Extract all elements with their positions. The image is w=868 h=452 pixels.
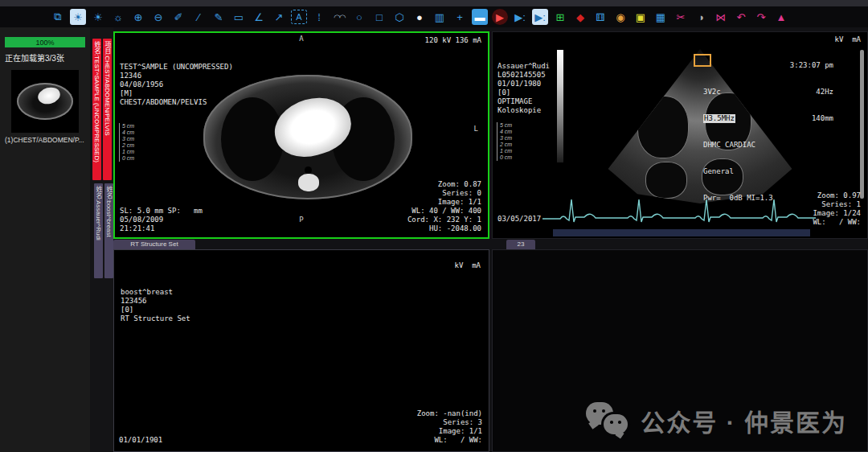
us-study-date: 03/05/2017: [497, 215, 541, 224]
invert-icon[interactable]: ◑: [693, 9, 709, 25]
us-frequency: H3.5MHz: [703, 114, 735, 123]
patient-tab[interactable]: 姓名:TEST^SAMPLE (UNCOMPRESSED): [92, 39, 101, 180]
rt-study-date: 01/01/1901: [119, 436, 162, 445]
angle-measure-icon[interactable]: ∠: [251, 9, 267, 25]
overlay-line: RT Structure Set: [121, 314, 190, 323]
us-left-atrium: [645, 162, 687, 199]
ruler-label: 1 cm: [500, 148, 512, 154]
overlay-line: [0]: [121, 306, 190, 314]
overlay-line: WL: 40 / WW: 400: [407, 207, 481, 216]
ruler-label: 0 cm: [122, 155, 134, 162]
caliper-icon[interactable]: ✎: [211, 9, 227, 25]
viewport-empty[interactable]: 公众号 · 仲景医为: [492, 249, 868, 452]
ruler-label: 3 cm: [122, 136, 134, 142]
rotate-ccw-icon[interactable]: ↶: [733, 9, 749, 25]
ruler-label: 4 cm: [500, 129, 512, 135]
overlay-line: 123456: [121, 297, 190, 306]
brightness-icon[interactable]: ☀: [90, 9, 106, 25]
progress-label: 100%: [35, 39, 54, 47]
patient-tab[interactable]: 姓名:Assauer^Rudi: [94, 183, 103, 278]
zoom-in-icon[interactable]: ⊕: [130, 9, 146, 25]
flip-vertical-icon[interactable]: ▲: [773, 9, 789, 25]
tab-23[interactable]: 23: [506, 240, 535, 249]
ct-left-lung: [221, 97, 284, 181]
ruler-icon[interactable]: ∕: [190, 9, 207, 25]
ruler-label: 2 cm: [500, 142, 512, 148]
ct-exposure-info: 120 kV 136 mA: [425, 36, 481, 45]
orientation-marker-posterior: P: [299, 216, 303, 224]
tab-rt-structure-set[interactable]: RT Structure Set: [113, 240, 195, 249]
rt-display-info: Zoom: -nan(ind)Series: 3Image: 1/1WL: / …: [417, 383, 482, 445]
wechat-icon: [586, 402, 629, 439]
overlay-line: Image: 1/1: [417, 427, 482, 436]
us-frame-rate: 42Hz: [816, 88, 833, 97]
crop-icon[interactable]: ✂: [673, 9, 689, 25]
overlay-line: L0502145505: [497, 71, 550, 80]
rt-kv-ma-label: kV mA: [454, 261, 481, 270]
patient-tab[interactable]: 姓名:boost^breast: [104, 183, 113, 278]
mpr-dice-icon[interactable]: ⚅: [592, 9, 608, 25]
film-strip-icon[interactable]: ▥: [432, 9, 448, 25]
cine-timeline-bar[interactable]: [553, 229, 810, 236]
dicom-viewer-window: ⧉☀☀☼⊕⊖✐∕✎▭∠↗A⁞◠◠○□⬡●▥+▬▶▶:▶:⊞◆⚅◉▣▦✂◑⋈↶↷▲…: [0, 0, 868, 452]
polygon-roi-icon[interactable]: ⬡: [391, 9, 407, 25]
text-annotation-icon[interactable]: A: [291, 10, 307, 24]
ct-axial-image: [203, 75, 412, 199]
overlay-line: Cord: X: 232 Y: 1: [407, 216, 481, 224]
us-display-info: Zoom: 0.97Series: 1Image: 1/24WL: / WW:: [813, 165, 861, 227]
ruler-label: 2 cm: [122, 142, 134, 149]
thumbnail-grid-icon[interactable]: ▦: [653, 9, 669, 25]
us-department: DHMC CARDIAC: [703, 141, 833, 150]
viewport-ct[interactable]: TEST^SAMPLE (UNCOMPRESSED)1234604/08/195…: [113, 31, 489, 239]
export-image-icon[interactable]: ▣: [633, 9, 649, 25]
us-time: 3:23:07 pm: [703, 61, 833, 70]
loading-progress-bar: 100%: [5, 37, 85, 47]
circle-roi-icon[interactable]: ○: [351, 9, 367, 25]
arrow-annotation-icon[interactable]: ↗: [271, 9, 287, 25]
viewport-rt-structure-set[interactable]: boost^breast123456[0]RT Structure Set kV…: [113, 249, 489, 452]
ruler-label: 5 cm: [500, 122, 512, 129]
volume-3d-icon[interactable]: ◆: [572, 9, 588, 25]
overlay-line: TEST^SAMPLE (UNCOMPRESSED): [120, 63, 233, 72]
capture-icon[interactable]: ▬: [472, 9, 488, 25]
patient-tab[interactable]: 项目:CHEST/ABDOMEN/PELVIS: [103, 39, 112, 180]
cine-play-icon[interactable]: ▶:: [532, 9, 548, 25]
spine-label-icon[interactable]: ⁞: [311, 9, 327, 25]
us-left-ventricle: [637, 96, 689, 158]
ct-airway: [305, 166, 312, 174]
window-level-icon[interactable]: ☀: [70, 9, 86, 25]
watermark-text: 公众号 · 仲景医为: [641, 403, 847, 438]
cascade-icon[interactable]: ⧉: [50, 9, 66, 25]
overlay-line: 05/08/2009: [120, 216, 203, 224]
ct-patient-info: TEST^SAMPLE (UNCOMPRESSED)1234604/08/195…: [120, 36, 233, 107]
display-settings-icon[interactable]: ▭: [231, 9, 247, 25]
orientation-marker-left: L: [474, 125, 478, 134]
viewport-ultrasound[interactable]: Assauer^RudiL050214550501/01/1980[0]OPTI…: [492, 31, 868, 239]
pan-icon[interactable]: +: [452, 9, 468, 25]
layout-grid-icon[interactable]: ⊞: [552, 9, 568, 25]
brightness-settings-icon[interactable]: ☼: [110, 9, 126, 25]
overlay-line: SL: 5.0 mm SP: mm: [120, 207, 203, 216]
cine-forward-icon[interactable]: ▶:: [512, 9, 528, 25]
lungs-icon[interactable]: ◠◠: [331, 9, 347, 25]
us-depth: 140mm: [812, 114, 833, 123]
play-icon[interactable]: ▶: [492, 9, 508, 25]
magnifier-icon[interactable]: ⊖: [150, 9, 166, 25]
series-thumbnail[interactable]: [11, 70, 79, 133]
overlay-line: Zoom: -nan(ind): [417, 409, 482, 418]
rotate-cw-icon[interactable]: ↷: [753, 9, 769, 25]
filled-circle-icon[interactable]: ●: [411, 9, 428, 25]
loading-status-text: 正在加载第3/3张: [5, 51, 85, 64]
scout-line-icon[interactable]: ✐: [170, 9, 186, 25]
overlay-line: Image: 1/24: [813, 209, 861, 218]
overlay-line: WL: / WW:: [417, 436, 482, 445]
overlay-line: [M]: [120, 89, 233, 98]
rect-roi-icon[interactable]: □: [371, 9, 387, 25]
overlay-line: boost^breast: [121, 288, 190, 297]
us-kv-ma-label: kV mA: [834, 35, 861, 44]
flip-horizontal-icon[interactable]: ⋈: [713, 9, 729, 25]
overlay-line: 04/08/1956: [120, 80, 233, 89]
palette-icon[interactable]: ◉: [612, 9, 628, 25]
series-sidebar: 100% 正在加载第3/3张 (1)CHEST/ABDOMEN/P...: [0, 27, 90, 452]
us-patient-info: Assauer^RudiL050214550501/01/1980[0]OPTI…: [497, 35, 550, 115]
